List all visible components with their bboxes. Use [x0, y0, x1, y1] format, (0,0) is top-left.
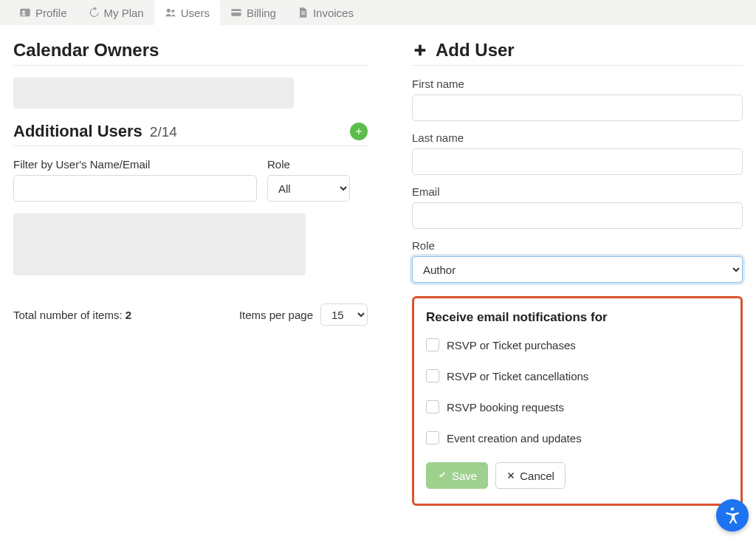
tab-bar: Profile My Plan Users Billing Invoices [0, 0, 756, 25]
svg-rect-2 [21, 14, 25, 16]
tab-profile[interactable]: Profile [9, 0, 78, 25]
card-icon [230, 7, 242, 18]
svg-point-1 [22, 10, 25, 13]
notif-label: Event creation and updates [447, 432, 582, 445]
checkbox-icon[interactable] [426, 338, 439, 351]
notifications-title: Receive email notifications for [426, 310, 729, 325]
divider [13, 65, 368, 66]
tab-users[interactable]: Users [154, 0, 220, 25]
svg-rect-7 [301, 12, 305, 13]
divider [412, 65, 743, 66]
additional-users-count: 2/14 [150, 124, 177, 140]
svg-rect-6 [231, 11, 241, 13]
email-label: Email [412, 185, 743, 198]
owner-placeholder [13, 78, 294, 109]
calendar-owners-title: Calendar Owners [13, 40, 368, 61]
svg-rect-8 [301, 13, 305, 14]
filter-row: Filter by User's Name/Email Role All [13, 158, 368, 202]
pagination-summary: Total number of items: 2 Items per page … [13, 303, 368, 326]
role-label: Role [412, 239, 743, 252]
save-button-label: Save [452, 470, 477, 482]
users-icon [165, 7, 176, 18]
tab-label: Users [181, 7, 210, 19]
notif-label: RSVP or Ticket purchases [447, 339, 576, 351]
filter-role-select[interactable]: All [267, 175, 350, 202]
items-per-page-label: Items per page [239, 309, 313, 321]
notifications-panel: Receive email notifications for RSVP or … [412, 296, 743, 506]
svg-point-9 [731, 507, 734, 510]
checkbox-icon[interactable] [426, 400, 439, 414]
role-select[interactable]: Author [412, 256, 743, 283]
email-input[interactable] [412, 202, 743, 229]
cancel-button-label: Cancel [520, 470, 554, 482]
tab-label: Profile [35, 7, 67, 19]
history-icon [88, 7, 100, 18]
total-items: Total number of items: 2 [13, 309, 131, 321]
additional-users-label: Additional Users [13, 122, 142, 141]
close-icon [506, 471, 515, 480]
tab-label: Billing [247, 7, 276, 19]
plus-icon [354, 126, 364, 137]
last-name-label: Last name [412, 131, 743, 144]
check-icon [437, 470, 447, 481]
checkbox-icon[interactable] [426, 369, 439, 383]
accessibility-icon [723, 506, 742, 525]
filter-name-label: Filter by User's Name/Email [13, 158, 257, 171]
svg-point-3 [166, 9, 170, 13]
tab-label: My Plan [104, 7, 144, 19]
additional-users-title: Additional Users 2/14 [13, 122, 177, 141]
tab-billing[interactable]: Billing [220, 0, 286, 25]
accessibility-button[interactable] [716, 499, 749, 532]
right-column: Add User First name Last name Email Role… [397, 40, 743, 512]
file-icon [297, 7, 309, 18]
add-additional-user-button[interactable] [350, 123, 368, 140]
filter-name-input[interactable] [13, 175, 257, 202]
add-user-heading: Add User [412, 40, 743, 61]
tab-invoices[interactable]: Invoices [286, 0, 364, 25]
notif-row-event-updates[interactable]: Event creation and updates [426, 431, 729, 445]
filter-role-label: Role [267, 158, 350, 171]
notif-row-booking-requests[interactable]: RSVP booking requests [426, 400, 729, 414]
left-column: Calendar Owners Additional Users 2/14 Fi… [13, 40, 368, 512]
notif-row-rsvp-purchases[interactable]: RSVP or Ticket purchases [426, 338, 729, 351]
svg-point-4 [171, 10, 174, 13]
divider [13, 145, 368, 146]
form-actions: Save Cancel [426, 462, 729, 489]
plus-icon [412, 42, 428, 58]
main-content: Calendar Owners Additional Users 2/14 Fi… [0, 25, 756, 542]
cancel-button[interactable]: Cancel [495, 462, 566, 489]
notif-row-rsvp-cancellations[interactable]: RSVP or Ticket cancellations [426, 369, 729, 383]
total-items-count: 2 [126, 309, 131, 321]
user-list-placeholder [13, 213, 306, 275]
checkbox-icon[interactable] [426, 431, 439, 445]
last-name-input[interactable] [412, 148, 743, 175]
first-name-input[interactable] [412, 95, 743, 121]
save-button[interactable]: Save [426, 462, 488, 489]
notif-label: RSVP or Ticket cancellations [447, 370, 588, 383]
notif-label: RSVP booking requests [447, 401, 564, 414]
total-items-label: Total number of items: [13, 309, 126, 321]
first-name-label: First name [412, 78, 743, 90]
add-user-title-text: Add User [436, 40, 515, 61]
items-per-page-select[interactable]: 15 [320, 303, 368, 326]
profile-icon [19, 7, 31, 18]
tab-myplan[interactable]: My Plan [78, 0, 154, 25]
tab-label: Invoices [313, 7, 354, 19]
